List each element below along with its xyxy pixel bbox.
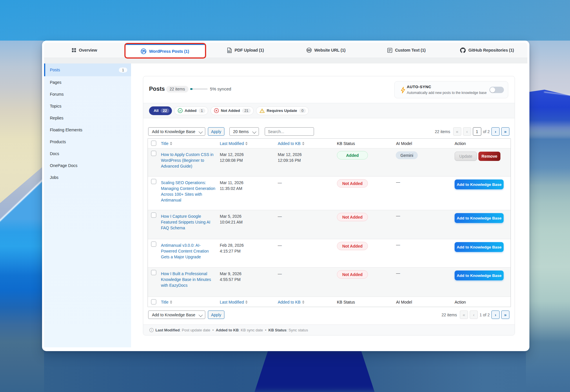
svg-text:www: www [307,49,311,51]
svg-text:PDF: PDF [228,51,231,52]
